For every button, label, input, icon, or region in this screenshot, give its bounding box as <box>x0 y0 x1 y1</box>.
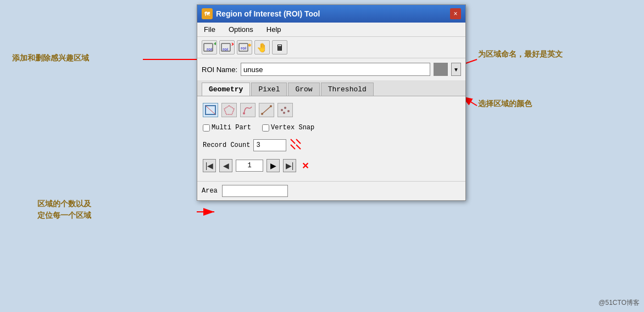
rectangle-roi-btn[interactable] <box>203 103 218 117</box>
svg-line-28 <box>296 145 301 149</box>
color-dropdown[interactable]: ▼ <box>451 63 461 76</box>
watermark: @51CTO博客 <box>598 298 640 308</box>
svg-line-26 <box>296 139 301 144</box>
freehand-roi-btn[interactable] <box>240 103 256 117</box>
geometry-tab-content: Multi Part Vertex Snap Record Count <box>197 96 465 181</box>
menu-options[interactable]: Options <box>226 24 256 35</box>
svg-point-23 <box>287 110 290 112</box>
vertex-snap-label: Vertex Snap <box>271 124 314 132</box>
record-count-input[interactable] <box>253 139 286 151</box>
multi-part-checkbox[interactable] <box>203 124 210 132</box>
area-row: Area <box>197 181 465 200</box>
dialog-title: Region of Interest (ROI) Tool <box>216 9 320 18</box>
roi-add-button[interactable]: roi + <box>202 40 217 54</box>
svg-text:+: + <box>214 41 216 47</box>
expand-icon[interactable] <box>290 138 302 152</box>
tab-geometry[interactable]: Geometry <box>202 83 250 96</box>
add-delete-annotation: 添加和删除感兴趣区域 <box>12 52 89 64</box>
record-count-row: Record Count <box>202 136 461 157</box>
dialog-titlebar: 🗺 Region of Interest (ROI) Tool × <box>197 5 465 23</box>
svg-point-21 <box>281 109 283 111</box>
svg-line-15 <box>206 106 215 114</box>
calculator-button[interactable]: 🖩 <box>272 40 287 54</box>
roi-button3[interactable]: roi ✱ <box>237 40 252 54</box>
area-label: Area <box>202 187 218 195</box>
toolbar: roi + roi × roi ✱ 🤚 🖩 <box>197 37 465 58</box>
multi-part-checkbox-item: Multi Part <box>203 124 251 132</box>
select-color-annotation: 选择区域的颜色 <box>478 98 532 110</box>
svg-line-27 <box>291 145 295 149</box>
record-count-label: Record Count <box>203 141 250 149</box>
shape-tools-row <box>202 101 461 122</box>
polygon-roi-btn[interactable] <box>221 103 237 117</box>
delete-current-button[interactable]: ✕ <box>299 160 310 171</box>
area-input[interactable] <box>222 185 288 197</box>
tab-grow[interactable]: Grow <box>288 83 319 96</box>
next-button[interactable]: ▶ <box>267 159 280 172</box>
line-roi-btn[interactable] <box>259 103 274 117</box>
name-region-annotation: 为区域命名，最好是英文 <box>478 48 563 60</box>
prev-button[interactable]: ◀ <box>219 159 232 172</box>
tab-pixel[interactable]: Pixel <box>251 83 287 96</box>
svg-text:roi: roi <box>241 46 246 51</box>
menu-help[interactable]: Help <box>264 24 284 35</box>
tabs-row: Geometry Pixel Grow Threshold <box>197 80 465 96</box>
hand-tool-button[interactable]: 🤚 <box>254 40 270 54</box>
roi-name-input[interactable] <box>241 63 430 76</box>
svg-point-24 <box>283 112 285 114</box>
multi-part-label: Multi Part <box>212 124 251 132</box>
svg-marker-16 <box>224 106 234 114</box>
last-button[interactable]: ▶| <box>283 159 296 172</box>
roi-name-row: ROI Name: ▼ <box>197 58 465 80</box>
svg-point-20 <box>270 105 272 107</box>
record-count-annotation: 区域的个数以及 定位每一个区域 <box>37 198 91 221</box>
color-button[interactable] <box>434 63 448 76</box>
roi-delete-button[interactable]: roi × <box>219 40 235 54</box>
current-record-input[interactable] <box>236 160 263 172</box>
menubar: File Options Help <box>197 23 465 37</box>
close-button[interactable]: × <box>450 8 461 19</box>
menu-file[interactable]: File <box>202 24 218 35</box>
checkboxes-row: Multi Part Vertex Snap <box>202 122 461 136</box>
svg-line-25 <box>291 139 295 144</box>
vertex-snap-checkbox[interactable] <box>262 124 269 132</box>
roi-name-label: ROI Name: <box>202 65 237 74</box>
point-roi-btn[interactable] <box>277 103 293 117</box>
tab-threshold[interactable]: Threshold <box>321 83 374 96</box>
title-icon: 🗺 <box>202 8 213 19</box>
first-button[interactable]: |◀ <box>203 159 216 172</box>
svg-text:×: × <box>231 41 234 47</box>
svg-point-19 <box>261 113 263 115</box>
roi-dialog: 🗺 Region of Interest (ROI) Tool × File O… <box>197 4 466 201</box>
navigation-row: |◀ ◀ ▶ ▶| ✕ <box>202 157 461 177</box>
titlebar-left: 🗺 Region of Interest (ROI) Tool <box>202 8 320 19</box>
vertex-snap-checkbox-item: Vertex Snap <box>262 124 314 132</box>
svg-text:roi: roi <box>207 47 212 52</box>
svg-text:roi: roi <box>223 47 228 52</box>
svg-text:✱: ✱ <box>248 43 251 48</box>
svg-line-18 <box>262 106 271 114</box>
svg-point-22 <box>284 107 286 109</box>
svg-point-17 <box>243 112 245 114</box>
